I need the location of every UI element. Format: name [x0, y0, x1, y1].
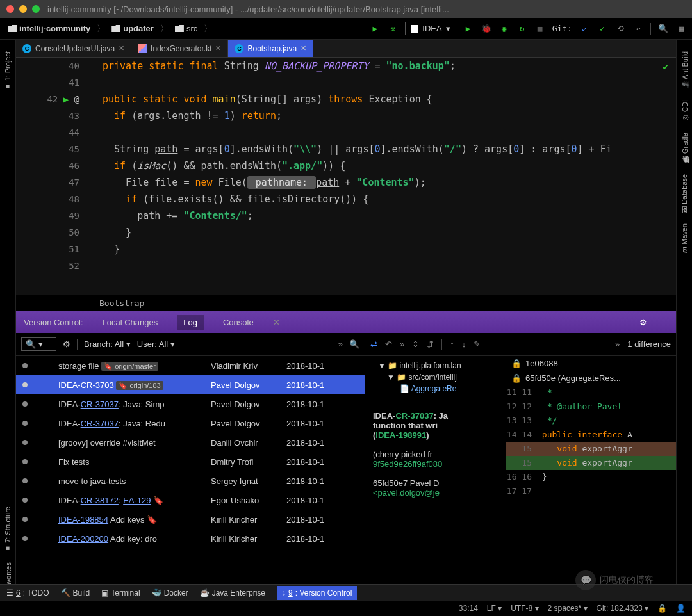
diff-tree-file[interactable]: 📄 AggregateRe: [369, 383, 502, 394]
revert-icon[interactable]: ↶: [632, 23, 644, 35]
undo-icon[interactable]: ↶: [385, 339, 392, 349]
close-icon[interactable]: ✕: [273, 318, 280, 327]
java-icon: C: [235, 44, 243, 53]
structure-tool-button[interactable]: ■ 7: Structure: [4, 507, 12, 553]
editor-breadcrumb[interactable]: Bootstrap: [16, 295, 676, 311]
run-button-icon[interactable]: ▶: [463, 23, 474, 35]
commit-row[interactable]: IDEA-198854 Add keys 🔖 Kirill Kiricher20…: [16, 510, 365, 529]
commit-row[interactable]: storage file 🔖 origin/master Vladimir Kr…: [16, 356, 365, 375]
cursor-position[interactable]: 33:14: [459, 604, 478, 613]
editor-tab[interactable]: CBootstrap.java✕: [228, 40, 313, 57]
version-control-toolwindow-header: Version Control: Local Changes Log Conso…: [16, 311, 676, 333]
commit-row[interactable]: IDEA-CR-37037: Java: Simp Pavel Dolgov20…: [16, 394, 365, 414]
java-ee-tool-button[interactable]: ☕ Java Enterprise: [200, 588, 265, 597]
commit-row[interactable]: Fix tests Dmitry Trofi2018-10-1: [16, 452, 365, 471]
vcs-header-label: Version Control:: [24, 318, 83, 327]
user-filter[interactable]: User: All ▾: [137, 339, 175, 349]
commit-row[interactable]: move to java-tests Sergey Ignat2018-10-1: [16, 471, 365, 490]
run-icon[interactable]: ▶: [369, 23, 381, 35]
indent[interactable]: 2 spaces* ▾: [548, 604, 588, 613]
search-icon[interactable]: 🔍: [349, 339, 359, 349]
debug-icon[interactable]: 🐞: [481, 23, 492, 35]
terminal-tool-button[interactable]: ▣ Terminal: [101, 588, 140, 597]
diff-revision-b: 🔒 65fd50e (AggregateRes...: [506, 371, 676, 385]
todo-tool-button[interactable]: ☰ 6: TODO: [6, 588, 49, 597]
code-editor[interactable]: ✔ 404142 ▶ @43444546474849505152 private…: [16, 58, 676, 295]
settings-icon[interactable]: ▦: [675, 23, 687, 35]
status-bar: 33:14 LF ▾ UTF-8 ▾ 2 spaces* ▾ Git: 182.…: [0, 601, 692, 616]
log-search-input[interactable]: 🔍 ▾: [21, 337, 56, 351]
next-diff-icon[interactable]: ↓: [462, 339, 466, 349]
update-icon[interactable]: ↙: [579, 23, 590, 35]
run-configuration-selector[interactable]: IDEA ▾: [405, 22, 456, 35]
minimize-window-icon[interactable]: [19, 5, 27, 13]
hammer-icon[interactable]: ⚒: [387, 23, 399, 35]
maven-tool-button[interactable]: m Maven: [680, 223, 688, 253]
expand-icon[interactable]: ⇕: [412, 339, 419, 349]
editor-tab[interactable]: IndexGenerator.kt✕: [131, 40, 228, 57]
docker-tool-button[interactable]: 🐳 Docker: [152, 588, 188, 597]
editor-tab[interactable]: CConsoleUpdaterUI.java✕: [16, 40, 131, 57]
close-tab-icon[interactable]: ✕: [119, 44, 124, 53]
folder-icon: [8, 25, 17, 32]
editor-tabs: CConsoleUpdaterUI.java✕IndexGenerator.kt…: [16, 40, 676, 58]
commit-icon[interactable]: ✓: [597, 23, 608, 35]
git-branch[interactable]: Git: 182.4323 ▾: [597, 604, 648, 613]
sync-icon[interactable]: ⇄: [370, 339, 377, 349]
commit-row[interactable]: IDEA-CR-37037: Java: Redu Pavel Dolgov20…: [16, 414, 365, 433]
kotlin-icon: [138, 44, 147, 53]
commit-row[interactable]: IDEA-CR-38172: EA-129 🔖 Egor Ushako2018-…: [16, 490, 365, 510]
chevron-right-icon: 〉: [160, 23, 169, 35]
vcs-tab-console[interactable]: Console: [217, 315, 260, 330]
diff-tree-root[interactable]: ▼ 📁 intellij.platform.lan: [369, 360, 502, 371]
encoding[interactable]: UTF-8 ▾: [511, 604, 538, 613]
left-tool-rail: ■ 1: Project ■ 7: Structure ★ 2: Favorit…: [0, 40, 16, 615]
close-window-icon[interactable]: [6, 5, 14, 13]
git-label: Git:: [552, 24, 572, 33]
profiler-icon[interactable]: ↻: [516, 23, 528, 35]
window-title: intellij-community [~/Downloads/intellij…: [47, 4, 449, 14]
lock-icon[interactable]: 🔒: [657, 604, 667, 613]
database-tool-button[interactable]: 🗄 Database: [680, 174, 688, 213]
gradle-tool-button[interactable]: 🐘 Gradle: [680, 133, 689, 164]
right-tool-rail: 🐜 Ant Build ◎ CDI 🐘 Gradle 🗄 Database m …: [676, 40, 692, 615]
fullscreen-window-icon[interactable]: [32, 5, 40, 13]
hide-icon[interactable]: —: [660, 318, 668, 327]
chevron-down-icon: ▾: [446, 24, 450, 33]
close-tab-icon[interactable]: ✕: [215, 44, 221, 53]
ant-build-tool-button[interactable]: 🐜 Ant Build: [680, 51, 689, 90]
breadcrumb-item[interactable]: updater: [109, 22, 156, 35]
branch-filter[interactable]: Branch: All ▾: [84, 339, 131, 349]
navigation-bar: intellij-community 〉 updater 〉 src 〉 ▶ ⚒…: [0, 18, 692, 40]
project-tool-button[interactable]: ■ 1: Project: [4, 51, 12, 91]
commit-row[interactable]: [groovy] override #visitMet Daniil Ovchi…: [16, 433, 365, 452]
branch-tag: 🔖 origin/183: [116, 381, 163, 390]
gear-icon[interactable]: ⚙: [639, 318, 647, 327]
close-tab-icon[interactable]: ✕: [301, 44, 306, 53]
git-log-pane: 🔍 ▾ ⚙ Branch: All ▾ User: All ▾ » 🔍 stor…: [16, 333, 365, 615]
prev-diff-icon[interactable]: ↑: [450, 339, 454, 349]
commit-message: IDEA-CR-37037: Ja function that wri (IDE…: [369, 407, 502, 501]
cdi-tool-button[interactable]: ◎ CDI: [680, 100, 689, 122]
inspector-icon[interactable]: 👤: [676, 604, 686, 613]
build-tool-button[interactable]: 🔨 Build: [61, 588, 90, 597]
breadcrumb-item[interactable]: intellij-community: [5, 22, 93, 35]
breadcrumb-item[interactable]: src: [172, 22, 200, 35]
search-icon[interactable]: 🔍: [657, 23, 669, 35]
collapse-icon[interactable]: ⇵: [427, 339, 434, 349]
coverage-icon[interactable]: ◉: [498, 23, 510, 35]
version-control-tool-button[interactable]: ↕ 9: Version Control: [277, 586, 357, 600]
history-icon[interactable]: ⟲: [614, 23, 626, 35]
commit-row[interactable]: IDEA-CR-3703 🔖 origin/183 Pavel Dolgov20…: [16, 375, 365, 394]
stop-icon[interactable]: ■: [534, 23, 546, 35]
vcs-tab-local-changes[interactable]: Local Changes: [96, 315, 165, 330]
commit-row[interactable]: IDEA-200200 Add key: dro Kirill Kiricher…: [16, 529, 365, 548]
gear-icon[interactable]: ⚙: [63, 339, 70, 349]
diff-count: 1 difference: [627, 339, 671, 349]
vcs-tab-log[interactable]: Log: [177, 315, 204, 330]
diff-tree-folder[interactable]: ▼ 📁 src/com/intellij: [369, 371, 502, 383]
edit-icon[interactable]: ✎: [474, 339, 481, 349]
watermark: 💬 闪电侠的博客: [575, 570, 654, 590]
line-ending[interactable]: LF ▾: [487, 604, 502, 613]
folder-icon: [111, 25, 120, 32]
